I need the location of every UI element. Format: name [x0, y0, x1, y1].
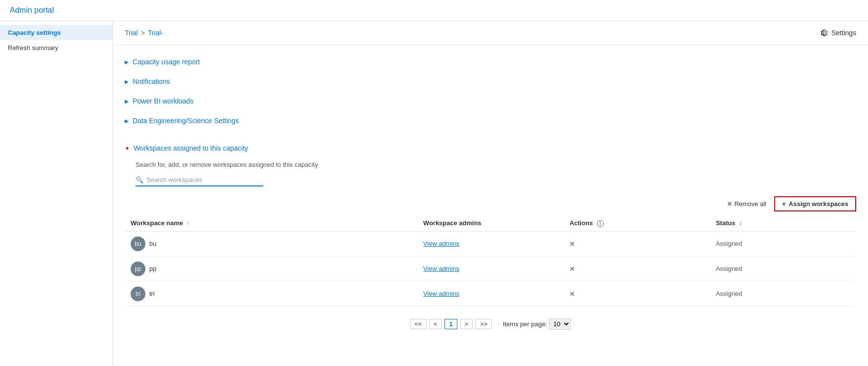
accordion-header-data-engineering[interactable]: ▶ Data Engineering/Science Settings [125, 112, 856, 130]
search-input-wrapper: 🔍 [136, 176, 263, 186]
items-per-page-label: Items per page: 10 20 50 [503, 318, 571, 330]
sort-icon-name[interactable]: ↑ [187, 220, 190, 226]
table-toolbar: ✕ Remove all + Assign workspaces [125, 196, 856, 211]
main-content: Trial > Trial- Settings ▶ Cap [113, 21, 868, 366]
accordion-label-power-bi: Power BI workloads [133, 97, 194, 105]
search-area: 🔍 [125, 176, 856, 186]
assign-workspaces-label: Assign workspaces [789, 200, 848, 208]
view-admins-link[interactable]: View admins [423, 290, 459, 297]
settings-label: Settings [831, 29, 856, 37]
sidebar-item-capacity-settings[interactable]: Capacity settings [0, 25, 112, 40]
sidebar-item-label: Refresh summary [8, 44, 58, 52]
accordion-header-power-bi[interactable]: ▶ Power BI workloads [125, 92, 856, 110]
app-header: Admin portal [0, 0, 868, 21]
chevron-right-icon: ▶ [125, 59, 129, 65]
table-row: tri tri View admins ✕ Assig [125, 281, 856, 306]
workspace-status-cell: Assigned [710, 256, 856, 281]
accordion-label-notifications: Notifications [133, 78, 170, 85]
avatar: bu [131, 236, 145, 251]
sidebar-item-refresh-summary[interactable]: Refresh summary [0, 40, 112, 55]
workspace-name-cell: pp pp [125, 256, 418, 281]
view-admins-link[interactable]: View admins [423, 265, 459, 272]
breadcrumb-separator: > [141, 29, 145, 37]
workspace-name-cell: tri tri [125, 281, 418, 306]
last-page-button[interactable]: >> [476, 319, 492, 329]
app-container: Admin portal Capacity settings Refresh s… [0, 0, 868, 366]
workspace-name: bu [149, 240, 156, 247]
breadcrumb-part-2: Trial- [148, 29, 163, 37]
col-header-admins: Workspace admins [418, 215, 564, 231]
accordion-item-capacity-usage: ▶ Capacity usage report [125, 53, 856, 71]
table-header: Workspace name ↑ Workspace admins Action… [125, 215, 856, 231]
avatar: tri [131, 287, 145, 301]
col-header-actions: Actions i [563, 215, 710, 231]
status-text: Assigned [716, 290, 742, 297]
workspace-actions-cell: ✕ [563, 256, 710, 281]
workspace-admins-cell: View admins [418, 281, 564, 306]
col-header-status: Status ↕ [710, 215, 856, 231]
sidebar-item-label: Capacity settings [8, 29, 61, 36]
accordion-label-capacity-usage: Capacity usage report [133, 58, 200, 66]
main-layout: Capacity settings Refresh summary Trial … [0, 21, 868, 366]
search-input[interactable] [146, 176, 254, 183]
items-per-page-select[interactable]: 10 20 50 [549, 318, 571, 330]
accordion-label-data-engineering: Data Engineering/Science Settings [133, 117, 239, 125]
chevron-down-icon: ▼ [125, 146, 130, 151]
search-icon: 🔍 [136, 176, 143, 183]
status-text: Assigned [716, 240, 742, 247]
settings-link[interactable]: Settings [820, 29, 856, 37]
remove-all-button[interactable]: ✕ Remove all [727, 200, 766, 208]
chevron-right-icon: ▶ [125, 79, 129, 84]
accordion-header-capacity-usage[interactable]: ▶ Capacity usage report [125, 53, 856, 71]
workspace-admins-cell: View admins [418, 231, 564, 256]
workspace-name-cell: bu bu [125, 231, 418, 256]
chevron-right-icon: ▶ [125, 99, 129, 104]
chevron-right-icon: ▶ [125, 118, 129, 124]
status-text: Assigned [716, 265, 742, 272]
table-row: bu bu View admins ✕ Assigne [125, 231, 856, 256]
breadcrumb-bar: Trial > Trial- Settings [113, 21, 868, 45]
workspace-admins-cell: View admins [418, 256, 564, 281]
current-page: 1 [445, 319, 457, 329]
col-header-name: Workspace name ↑ [125, 215, 418, 231]
workspace-status-cell: Assigned [710, 231, 856, 256]
remove-workspace-button[interactable]: ✕ [569, 265, 575, 273]
workspace-name: tri [149, 290, 155, 297]
avatar: pp [131, 261, 145, 276]
sort-icon-status[interactable]: ↕ [739, 220, 742, 226]
next-page-button[interactable]: > [460, 319, 473, 329]
table-row: pp pp View admins ✕ Assigne [125, 256, 856, 281]
workspaces-header[interactable]: ▼ Workspaces assigned to this capacity [125, 139, 856, 157]
assign-workspaces-button[interactable]: + Assign workspaces [774, 196, 856, 211]
workspaces-section-desc: Search for, add, or remove workspaces as… [125, 161, 856, 168]
prev-page-button[interactable]: < [429, 319, 442, 329]
app-title: Admin portal [10, 6, 54, 14]
info-icon: i [597, 220, 604, 227]
view-admins-link[interactable]: View admins [423, 240, 459, 247]
accordion-header-notifications[interactable]: ▶ Notifications [125, 73, 856, 90]
remove-workspace-button[interactable]: ✕ [569, 240, 575, 248]
x-icon: ✕ [727, 200, 732, 208]
workspace-actions-cell: ✕ [563, 281, 710, 306]
workspace-name-wrapper: bu bu [131, 236, 412, 251]
sidebar: Capacity settings Refresh summary [0, 21, 113, 366]
workspace-table: Workspace name ↑ Workspace admins Action… [125, 215, 856, 307]
breadcrumb: Trial > Trial- [125, 29, 163, 37]
accordion-item-notifications: ▶ Notifications [125, 73, 856, 90]
table-header-row: Workspace name ↑ Workspace admins Action… [125, 215, 856, 231]
workspaces-section: ▼ Workspaces assigned to this capacity S… [113, 139, 868, 345]
workspace-actions-cell: ✕ [563, 231, 710, 256]
workspace-status-cell: Assigned [710, 281, 856, 306]
breadcrumb-part-1[interactable]: Trial [125, 29, 138, 37]
first-page-button[interactable]: << [410, 319, 426, 329]
pagination: << < 1 > >> Items per page: 10 20 50 [125, 314, 856, 334]
workspace-name-wrapper: tri tri [131, 287, 412, 301]
accordion-item-power-bi: ▶ Power BI workloads [125, 92, 856, 110]
remove-workspace-button[interactable]: ✕ [569, 290, 575, 298]
workspace-name-wrapper: pp pp [131, 261, 412, 276]
table-body: bu bu View admins ✕ Assigne [125, 231, 856, 306]
accordion-list: ▶ Capacity usage report ▶ Notifications … [113, 45, 868, 139]
gear-icon [820, 29, 828, 37]
remove-all-label: Remove all [734, 200, 766, 208]
accordion-item-data-engineering: ▶ Data Engineering/Science Settings [125, 112, 856, 130]
